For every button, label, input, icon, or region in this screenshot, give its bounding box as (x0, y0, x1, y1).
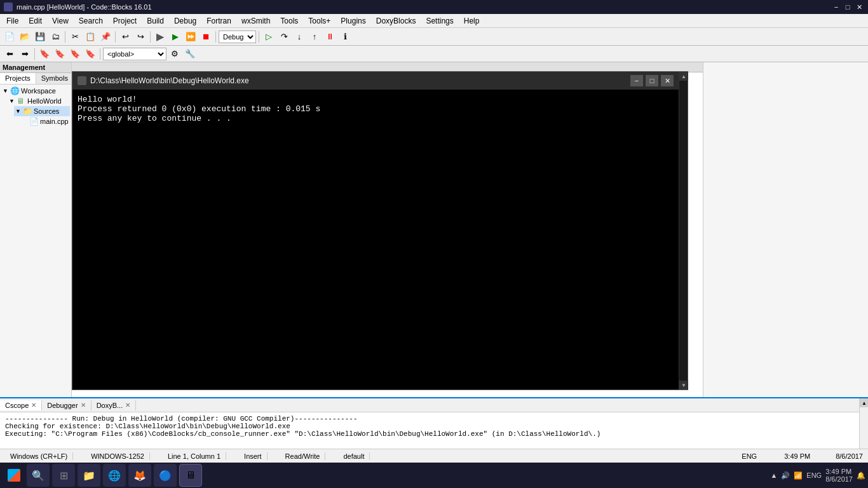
menu-search[interactable]: Search (74, 14, 108, 27)
codeblocks-taskbar-icon: 🖥 (186, 470, 196, 481)
status-bar: Windows (CR+LF) WINDOWS-1252 Line 1, Col… (0, 449, 868, 463)
taskbar-search[interactable]: 🔍 (27, 464, 50, 487)
start-button[interactable] (3, 464, 25, 487)
tree-main-cpp[interactable]: 📄 main.cpp (20, 116, 70, 126)
tree-workspace[interactable]: ▼ 🌐 Workspace (1, 86, 70, 96)
console-scrollbar[interactable]: ▲ ▼ (679, 72, 688, 390)
output-line-3: Checking for existence: D:\Class\HelloWo… (5, 423, 854, 430)
output-line-1: --------------- Run: Debug in HelloWorld… (5, 415, 854, 423)
debug-stop-button[interactable]: ⏸ (323, 30, 337, 44)
redo-button[interactable]: ↪ (133, 30, 147, 44)
debug-next-button[interactable]: ↷ (277, 30, 291, 44)
tree-project[interactable]: ▼ 🖥 HelloWorld (8, 96, 70, 106)
tools-btn[interactable]: 🔧 (183, 47, 197, 61)
bookmark-prev-button[interactable]: ⬅ (3, 47, 17, 61)
expand-arrow: ▼ (3, 88, 9, 94)
tab-projects[interactable]: Projects (0, 73, 36, 84)
undo-button[interactable]: ↩ (118, 30, 132, 44)
cut-button[interactable]: ✂ (68, 30, 82, 44)
menu-build[interactable]: Build (142, 14, 169, 27)
separator-7 (100, 48, 100, 60)
copy-button[interactable]: 📋 (83, 30, 97, 44)
windows-logo (8, 469, 20, 482)
chrome-icon: 🌐 (108, 470, 121, 482)
menu-file[interactable]: File (1, 14, 24, 27)
menu-tools[interactable]: Tools (275, 14, 303, 27)
tray-expand[interactable]: ▲ (770, 471, 777, 479)
tab-cscope[interactable]: Cscope ✕ (0, 400, 42, 410)
new-button[interactable]: 📄 (3, 30, 17, 44)
bookmark2-button[interactable]: 🔖 (53, 47, 67, 61)
maximize-button[interactable]: □ (843, 2, 853, 12)
taskbar-chrome[interactable]: 🌐 (103, 464, 126, 487)
status-line-col: Line 1, Column 1 (163, 452, 226, 460)
open-button[interactable]: 📂 (18, 30, 32, 44)
menu-plugins[interactable]: Plugins (336, 14, 370, 27)
menu-help[interactable]: Help (459, 14, 485, 27)
project-arrow: ▼ (9, 98, 15, 104)
console-minimize-button[interactable]: − (630, 75, 643, 86)
firefox-icon: 🦊 (133, 470, 146, 482)
tab-symbols[interactable]: Symbols (36, 73, 74, 84)
debug-step-in-button[interactable]: ↓ (292, 30, 306, 44)
save-button[interactable]: 💾 (33, 30, 47, 44)
menu-view[interactable]: View (47, 14, 74, 27)
menu-tools-plus[interactable]: Tools+ (303, 14, 336, 27)
bookmark3-button[interactable]: 🔖 (68, 47, 82, 61)
build-config-select[interactable]: Debug (219, 30, 256, 43)
separator-6 (34, 48, 35, 60)
taskbar-item1[interactable]: 🔵 (154, 464, 177, 487)
debug-start-button[interactable]: ▷ (262, 30, 276, 44)
bottom-scroll-up[interactable]: ▲ (860, 398, 868, 407)
menu-debug[interactable]: Debug (169, 14, 201, 27)
menu-project[interactable]: Project (108, 14, 142, 27)
doxyblocks-label: DoxyB... (97, 402, 123, 409)
tree-sources[interactable]: ▼ 📁 Sources (14, 106, 70, 116)
menu-settings[interactable]: Settings (421, 14, 458, 27)
menu-edit[interactable]: Edit (24, 14, 47, 27)
bookmark1-button[interactable]: 🔖 (37, 47, 51, 61)
bookmark4-button[interactable]: 🔖 (83, 47, 97, 61)
debug-step-out-button[interactable]: ↑ (308, 30, 322, 44)
menu-wxsmith[interactable]: wxSmith (236, 14, 275, 27)
toolbar-row-2: ⬅ ➡ 🔖 🔖 🔖 🔖 <global> ⚙ 🔧 (0, 46, 868, 62)
scroll-up-arrow[interactable]: ▲ (679, 72, 688, 81)
workspace-label: Workspace (21, 87, 56, 95)
bookmark-next-button[interactable]: ➡ (18, 47, 32, 61)
console-title-bar: D:\Class\HelloWorld\bin\Debug\HelloWorld… (72, 72, 679, 90)
console-close-button[interactable]: ✕ (661, 75, 674, 86)
taskbar-codeblocks[interactable]: 🖥 (179, 464, 202, 487)
taskbar-firefox[interactable]: 🦊 (128, 464, 151, 487)
cscope-close[interactable]: ✕ (31, 402, 36, 409)
output-line-4: Executing: "C:\Program Files (x86)\CodeB… (5, 430, 854, 438)
global-select[interactable]: <global> (103, 48, 166, 60)
app-icon (4, 3, 13, 11)
doxyblocks-close[interactable]: ✕ (125, 402, 130, 409)
project-icon: 🖥 (17, 97, 25, 105)
tab-debugger[interactable]: Debugger ✕ (42, 400, 91, 410)
close-button[interactable]: ✕ (854, 2, 864, 12)
status-eol: Windows (CR+LF) (5, 452, 73, 460)
title-bar: main.cpp [HelloWorld] - Code::Blocks 16.… (0, 0, 868, 14)
tray-icon1: 🔊 (781, 471, 790, 480)
settings-btn[interactable]: ⚙ (168, 47, 182, 61)
menu-doxyblocks[interactable]: DoxyBlocks (371, 14, 421, 27)
scroll-down-arrow[interactable]: ▼ (679, 381, 688, 390)
clock: 3:49 PM 8/6/2017 (825, 468, 853, 483)
save-all-button[interactable]: 🗂 (48, 30, 62, 44)
console-line-1: Hello world! (78, 95, 674, 104)
build-run-button[interactable]: ⏩ (184, 30, 198, 44)
debugger-close[interactable]: ✕ (81, 402, 86, 409)
right-panel (703, 62, 868, 397)
paste-button[interactable]: 📌 (98, 30, 112, 44)
minimize-button[interactable]: − (831, 2, 841, 12)
console-maximize-button[interactable]: □ (646, 75, 658, 86)
taskbar-task-view[interactable]: ⊞ (52, 464, 75, 487)
debug-info-button[interactable]: ℹ (338, 30, 352, 44)
tab-doxyblocks[interactable]: DoxyB... ✕ (92, 400, 137, 410)
build-button[interactable]: ▶ (153, 30, 167, 44)
run-button[interactable]: ▶ (168, 30, 182, 44)
taskbar-explorer[interactable]: 📁 (78, 464, 100, 487)
menu-fortran[interactable]: Fortran (201, 14, 236, 27)
stop-button[interactable]: ⏹ (199, 30, 213, 44)
